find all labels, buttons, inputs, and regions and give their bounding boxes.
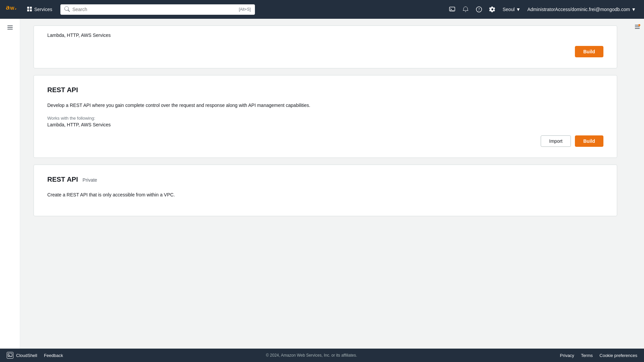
rest-api-description: Develop a REST API where you gain comple… <box>47 102 349 109</box>
search-shortcut: [Alt+S] <box>239 7 251 12</box>
footer: CloudShell Feedback © 2024, Amazon Web S… <box>0 349 644 362</box>
region-chevron-icon: ▼ <box>516 7 521 12</box>
cloudshell-footer-icon <box>7 352 13 359</box>
svg-rect-1 <box>30 7 32 9</box>
help-icon-button[interactable]: ? <box>473 3 485 15</box>
cloudshell-label: CloudShell <box>16 353 37 358</box>
services-menu[interactable]: Services <box>24 4 55 15</box>
footer-links: Privacy Terms Cookie preferences <box>560 353 637 358</box>
sidebar-toggle-button[interactable] <box>4 21 16 34</box>
rest-api-private-title: REST API Private <box>47 176 603 183</box>
region-selector[interactable]: Seoul ▼ <box>500 5 523 14</box>
search-input[interactable] <box>72 7 236 12</box>
terms-link[interactable]: Terms <box>581 353 593 358</box>
account-selector[interactable]: AdministratorAccess/dominic.frei@mongodb… <box>525 5 639 14</box>
rest-api-private-description: Create a REST API that is only accessibl… <box>47 191 349 198</box>
feedback-link[interactable]: Feedback <box>44 353 63 358</box>
svg-rect-8 <box>7 25 13 26</box>
rest-api-card: REST API Develop a REST API where you ga… <box>34 75 617 158</box>
first-card-build-button[interactable]: Build <box>575 46 603 57</box>
services-label: Services <box>34 7 52 12</box>
rest-api-private-tag: Private <box>83 177 97 183</box>
rest-api-actions: Import Build <box>47 135 603 147</box>
svg-text:?: ? <box>478 7 480 12</box>
right-sidebar <box>631 19 644 349</box>
first-api-card-partial: Lambda, HTTP, AWS Services Build <box>34 25 617 68</box>
rest-api-import-button[interactable]: Import <box>541 135 571 147</box>
notifications-icon-button[interactable] <box>460 3 472 15</box>
rest-api-private-card: REST API Private Create a REST API that … <box>34 165 617 216</box>
rest-api-build-button[interactable]: Build <box>575 135 603 147</box>
svg-rect-3 <box>30 9 32 11</box>
rest-api-services: Lambda, HTTP, AWS Services <box>47 122 603 127</box>
right-panel-icon[interactable] <box>632 21 643 32</box>
nav-icons: ? Seoul ▼ AdministratorAccess/dominic.fr… <box>446 3 639 15</box>
first-card-services: Lambda, HTTP, AWS Services <box>47 33 603 38</box>
rest-api-works-with-label: Works with the following: <box>47 116 603 121</box>
svg-rect-10 <box>7 29 13 29</box>
grid-icon <box>27 6 32 13</box>
search-icon <box>64 6 70 13</box>
aws-logo[interactable] <box>5 5 19 13</box>
settings-icon-button[interactable] <box>486 3 498 15</box>
rest-api-title: REST API <box>47 86 603 94</box>
search-bar[interactable]: [Alt+S] <box>60 4 255 15</box>
region-label: Seoul <box>502 7 515 12</box>
cookie-preferences-link[interactable]: Cookie preferences <box>599 353 637 358</box>
svg-point-11 <box>638 24 640 26</box>
svg-rect-4 <box>449 7 455 11</box>
account-chevron-icon: ▼ <box>631 7 636 12</box>
account-label: AdministratorAccess/dominic.frei@mongodb… <box>527 7 630 12</box>
footer-copyright: © 2024, Amazon Web Services, Inc. or its… <box>63 353 560 358</box>
cloudshell-button[interactable]: CloudShell <box>7 352 37 359</box>
top-navigation: Services [Alt+S] <box>0 0 644 19</box>
cloudshell-icon-button[interactable] <box>446 3 458 15</box>
main-content: Lambda, HTTP, AWS Services Build REST AP… <box>20 19 631 349</box>
first-card-actions: Build <box>47 46 603 57</box>
svg-rect-2 <box>27 9 29 11</box>
svg-rect-9 <box>7 27 13 28</box>
left-sidebar <box>0 19 20 349</box>
privacy-link[interactable]: Privacy <box>560 353 574 358</box>
svg-rect-0 <box>27 7 29 9</box>
